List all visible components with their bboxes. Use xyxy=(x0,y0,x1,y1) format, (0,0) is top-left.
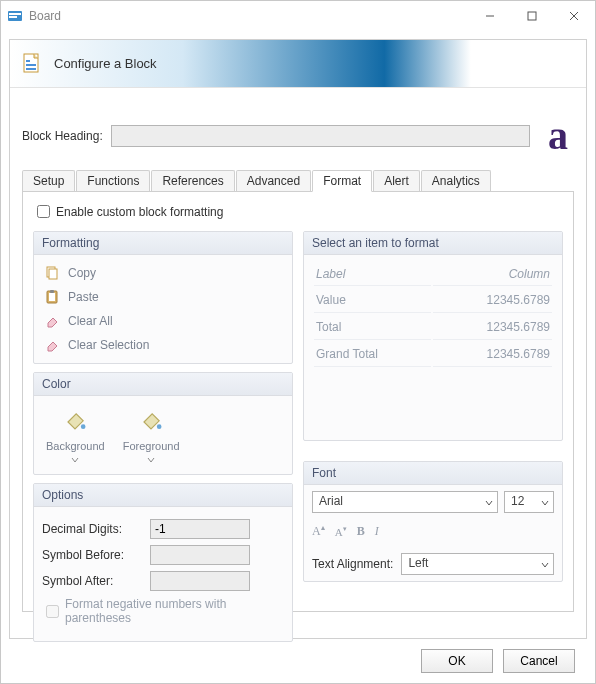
tab-format[interactable]: Format xyxy=(312,170,372,192)
maximize-button[interactable] xyxy=(511,2,553,30)
minimize-button[interactable] xyxy=(469,2,511,30)
svg-rect-15 xyxy=(50,290,54,293)
tab-references[interactable]: References xyxy=(151,170,234,191)
window: Board Configure a Block Block Heading: a… xyxy=(0,0,596,684)
svg-rect-2 xyxy=(9,16,17,18)
ok-button[interactable]: OK xyxy=(421,649,493,673)
dialog-footer: OK Cancel xyxy=(9,639,587,683)
bucket-icon xyxy=(137,408,165,436)
symbol-after-label: Symbol After: xyxy=(42,574,142,588)
tab-alert[interactable]: Alert xyxy=(373,170,420,191)
foreground-color-button[interactable]: Foreground xyxy=(123,408,180,464)
group-select-item: Select an item to format Label Column Va… xyxy=(303,231,563,441)
block-heading-label: Block Heading: xyxy=(22,129,103,143)
chevron-down-icon xyxy=(147,456,155,464)
decimal-digits-input[interactable] xyxy=(150,519,250,539)
decrease-font-button[interactable]: A▾ xyxy=(335,525,347,538)
neg-parentheses-checkbox[interactable] xyxy=(46,605,59,618)
brand-logo: a xyxy=(548,120,568,152)
table-row[interactable]: Total12345.6789 xyxy=(314,315,552,340)
paste-button[interactable]: Paste xyxy=(42,285,284,309)
chevron-down-icon xyxy=(541,561,549,569)
tab-analytics[interactable]: Analytics xyxy=(421,170,491,191)
chevron-down-icon xyxy=(485,499,493,507)
tab-advanced[interactable]: Advanced xyxy=(236,170,311,191)
window-title: Board xyxy=(29,9,469,23)
bold-button[interactable]: B xyxy=(357,524,365,539)
svg-rect-14 xyxy=(49,293,55,301)
increase-font-button[interactable]: A▴ xyxy=(312,523,325,539)
group-options-title: Options xyxy=(34,484,292,507)
enable-custom-formatting-label: Enable custom block formatting xyxy=(56,205,223,219)
font-family-select[interactable]: Arial xyxy=(312,491,498,513)
italic-button[interactable]: I xyxy=(375,524,379,539)
symbol-before-label: Symbol Before: xyxy=(42,548,142,562)
text-alignment-select[interactable]: Left xyxy=(401,553,554,575)
neg-parentheses-label: Format negative numbers with parentheses xyxy=(65,597,284,625)
close-button[interactable] xyxy=(553,2,595,30)
clear-selection-button[interactable]: Clear Selection xyxy=(42,333,284,357)
enable-custom-formatting-checkbox[interactable] xyxy=(37,205,50,218)
banner-title: Configure a Block xyxy=(54,56,157,71)
eraser-icon xyxy=(44,313,60,329)
svg-marker-17 xyxy=(48,342,57,351)
paste-icon xyxy=(44,289,60,305)
banner: Configure a Block xyxy=(10,40,586,88)
group-color: Color Background xyxy=(33,372,293,475)
table-header: Label Column xyxy=(314,263,552,286)
chevron-down-icon xyxy=(541,499,549,507)
symbol-after-input[interactable] xyxy=(150,571,250,591)
svg-marker-16 xyxy=(48,318,57,327)
svg-point-18 xyxy=(81,424,86,429)
clear-all-button[interactable]: Clear All xyxy=(42,309,284,333)
text-alignment-label: Text Alignment: xyxy=(312,557,393,571)
block-heading-input[interactable] xyxy=(111,125,530,147)
group-font-title: Font xyxy=(304,462,562,485)
format-items-table: Label Column Value12345.6789Total12345.6… xyxy=(312,261,554,369)
titlebar: Board xyxy=(1,1,595,31)
chevron-down-icon xyxy=(71,456,79,464)
table-row[interactable]: Grand Total12345.6789 xyxy=(314,342,552,367)
group-formatting-title: Formatting xyxy=(34,232,292,255)
cancel-button[interactable]: Cancel xyxy=(503,649,575,673)
svg-rect-12 xyxy=(49,269,57,279)
group-formatting: Formatting Copy Paste xyxy=(33,231,293,364)
group-font: Font Arial 12 xyxy=(303,461,563,582)
group-select-item-title: Select an item to format xyxy=(304,232,562,255)
app-icon xyxy=(7,8,23,24)
svg-point-19 xyxy=(157,424,162,429)
svg-rect-8 xyxy=(26,60,30,62)
copy-icon xyxy=(44,265,60,281)
tab-setup[interactable]: Setup xyxy=(22,170,75,191)
decimal-digits-label: Decimal Digits: xyxy=(42,522,142,536)
group-options: Options Decimal Digits: Symbol Before: xyxy=(33,483,293,642)
copy-button[interactable]: Copy xyxy=(42,261,284,285)
symbol-before-input[interactable] xyxy=(150,545,250,565)
svg-rect-4 xyxy=(528,12,536,20)
table-row[interactable]: Value12345.6789 xyxy=(314,288,552,313)
tab-strip: SetupFunctionsReferencesAdvancedFormatAl… xyxy=(22,170,574,192)
svg-rect-1 xyxy=(9,13,21,15)
tab-body-format: Enable custom block formatting Formattin… xyxy=(22,192,574,612)
bucket-icon xyxy=(61,408,89,436)
svg-rect-10 xyxy=(26,68,36,70)
font-size-select[interactable]: 12 xyxy=(504,491,554,513)
background-color-button[interactable]: Background xyxy=(46,408,105,464)
group-color-title: Color xyxy=(34,373,292,396)
eraser-icon xyxy=(44,337,60,353)
block-icon xyxy=(20,52,44,76)
tab-functions[interactable]: Functions xyxy=(76,170,150,191)
svg-rect-9 xyxy=(26,64,36,66)
